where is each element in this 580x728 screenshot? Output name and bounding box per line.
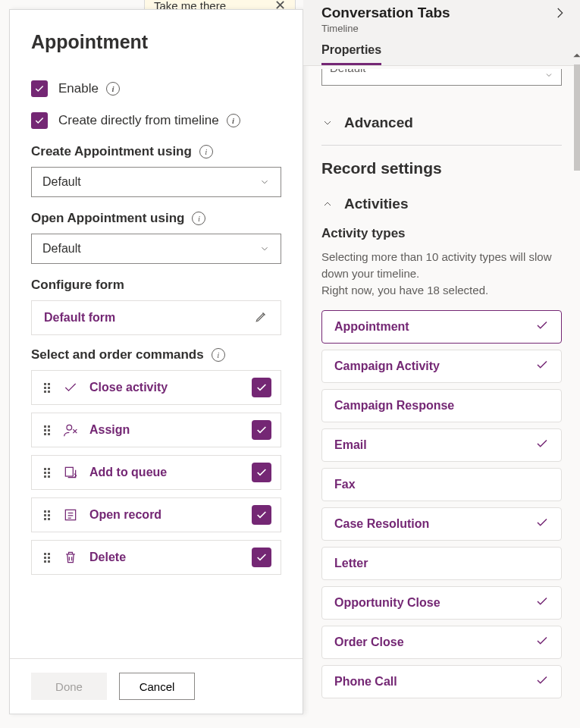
drag-handle-icon[interactable] bbox=[44, 510, 52, 520]
drag-handle-icon[interactable] bbox=[44, 425, 52, 435]
check-icon bbox=[535, 437, 549, 453]
section-title: Advanced bbox=[344, 115, 413, 131]
info-icon[interactable]: i bbox=[106, 82, 120, 96]
advanced-section[interactable]: Advanced bbox=[321, 101, 562, 146]
create-direct-checkbox[interactable] bbox=[31, 112, 48, 129]
check-icon bbox=[535, 358, 549, 375]
default-select-cut[interactable]: Default bbox=[321, 69, 562, 86]
chevron-down-icon bbox=[259, 177, 270, 187]
configure-form-label: Configure form bbox=[31, 278, 281, 293]
delete-icon bbox=[62, 550, 79, 565]
activity-type-row[interactable]: Case Resolution bbox=[321, 507, 562, 541]
activity-type-label: Case Resolution bbox=[334, 517, 429, 531]
commands-list: Close activity Assign Add to queue Open … bbox=[31, 370, 281, 575]
create-using-select[interactable]: Default bbox=[31, 167, 281, 197]
command-checkbox[interactable] bbox=[252, 420, 271, 440]
chevron-down-icon bbox=[544, 71, 553, 80]
configure-form-value: Default form bbox=[44, 311, 115, 325]
activity-type-label: Letter bbox=[334, 557, 368, 570]
command-label: Close activity bbox=[89, 381, 241, 394]
activity-type-row[interactable]: Appointment bbox=[321, 310, 562, 344]
chevron-down-icon bbox=[259, 243, 270, 254]
command-label: Open record bbox=[89, 508, 241, 522]
tab-properties[interactable]: Properties bbox=[321, 43, 381, 65]
panel-title: Appointment bbox=[31, 31, 281, 53]
chevron-right-icon[interactable] bbox=[553, 6, 566, 23]
cancel-button[interactable]: Cancel bbox=[119, 673, 195, 700]
commands-label: Select and order commands i bbox=[31, 347, 281, 362]
command-checkbox[interactable] bbox=[252, 505, 271, 525]
check-icon bbox=[535, 595, 549, 611]
queue-icon bbox=[62, 465, 79, 480]
panel-footer: Done Cancel bbox=[10, 658, 303, 714]
edit-icon[interactable] bbox=[255, 309, 268, 326]
command-label: Delete bbox=[89, 551, 241, 564]
enable-label: Enable bbox=[58, 81, 99, 96]
check-icon bbox=[535, 318, 549, 335]
activity-type-label: Order Close bbox=[334, 635, 404, 649]
scroll-up-icon[interactable] bbox=[572, 50, 580, 64]
command-label: Add to queue bbox=[89, 466, 241, 479]
enable-checkbox[interactable] bbox=[31, 80, 48, 97]
command-row[interactable]: Add to queue bbox=[31, 455, 281, 490]
command-checkbox[interactable] bbox=[252, 548, 271, 567]
info-icon[interactable]: i bbox=[192, 212, 205, 225]
drag-handle-icon[interactable] bbox=[44, 468, 52, 478]
create-direct-row[interactable]: Create directly from timeline i bbox=[31, 112, 281, 129]
open-using-select[interactable]: Default bbox=[31, 234, 281, 264]
appointment-panel: Appointment Enable i Create directly fro… bbox=[9, 9, 303, 714]
svg-marker-8 bbox=[573, 54, 580, 58]
activity-type-row[interactable]: Phone Call bbox=[321, 665, 562, 698]
enable-row[interactable]: Enable i bbox=[31, 80, 281, 97]
info-icon[interactable]: i bbox=[212, 348, 225, 362]
command-row[interactable]: Open record bbox=[31, 497, 281, 532]
activities-toggle[interactable]: Activities bbox=[321, 196, 562, 212]
scrollbar[interactable] bbox=[574, 64, 580, 171]
svg-point-0 bbox=[67, 425, 72, 430]
activity-type-label: Fax bbox=[334, 478, 356, 491]
check-icon bbox=[535, 634, 549, 651]
command-row[interactable]: Assign bbox=[31, 413, 281, 447]
activity-type-label: Campaign Activity bbox=[334, 359, 440, 373]
panel-header: Conversation Tabs Timeline Properties bbox=[303, 0, 580, 66]
command-checkbox[interactable] bbox=[252, 463, 271, 482]
section-title: Activities bbox=[344, 196, 408, 212]
chevron-up-icon bbox=[321, 198, 334, 210]
create-using-label: Create Appointment using i bbox=[31, 144, 281, 159]
activity-type-row[interactable]: Email bbox=[321, 428, 562, 462]
activity-type-label: Appointment bbox=[334, 320, 409, 334]
chevron-down-icon bbox=[321, 117, 334, 129]
activity-type-label: Phone Call bbox=[334, 675, 397, 689]
activity-type-row[interactable]: Opportunity Close bbox=[321, 586, 562, 620]
open-using-label: Open Appointment using i bbox=[31, 211, 281, 226]
header-title: Conversation Tabs bbox=[321, 5, 565, 21]
check-icon bbox=[535, 673, 549, 690]
command-label: Assign bbox=[89, 423, 241, 437]
drag-handle-icon[interactable] bbox=[44, 383, 52, 393]
drag-handle-icon[interactable] bbox=[44, 553, 52, 563]
activity-types-list: AppointmentCampaign ActivityCampaign Res… bbox=[321, 310, 562, 698]
activity-type-row[interactable]: Letter bbox=[321, 547, 562, 580]
info-icon[interactable]: i bbox=[227, 114, 240, 127]
assign-icon bbox=[62, 422, 79, 438]
activity-type-row[interactable]: Fax bbox=[321, 468, 562, 501]
activity-type-label: Campaign Response bbox=[334, 399, 454, 413]
activity-type-row[interactable]: Campaign Activity bbox=[321, 350, 562, 383]
command-row[interactable]: Delete bbox=[31, 540, 281, 575]
create-direct-label: Create directly from timeline bbox=[58, 113, 219, 128]
activity-type-label: Email bbox=[334, 438, 367, 452]
activity-types-label: Activity types bbox=[321, 226, 562, 241]
check-icon bbox=[62, 380, 79, 395]
activity-type-row[interactable]: Order Close bbox=[321, 626, 562, 659]
svg-rect-1 bbox=[65, 467, 73, 476]
activity-type-label: Opportunity Close bbox=[334, 596, 440, 610]
configure-form-row[interactable]: Default form bbox=[31, 300, 281, 335]
activity-type-row[interactable]: Campaign Response bbox=[321, 389, 562, 422]
record-settings-title: Record settings bbox=[321, 159, 442, 177]
info-icon[interactable]: i bbox=[199, 145, 213, 158]
check-icon bbox=[535, 516, 549, 532]
activities-section: Activities Activity types Selecting more… bbox=[321, 182, 562, 712]
help-text: Selecting more than 10 activity types wi… bbox=[321, 249, 562, 298]
command-row[interactable]: Close activity bbox=[31, 370, 281, 405]
command-checkbox[interactable] bbox=[252, 378, 271, 397]
